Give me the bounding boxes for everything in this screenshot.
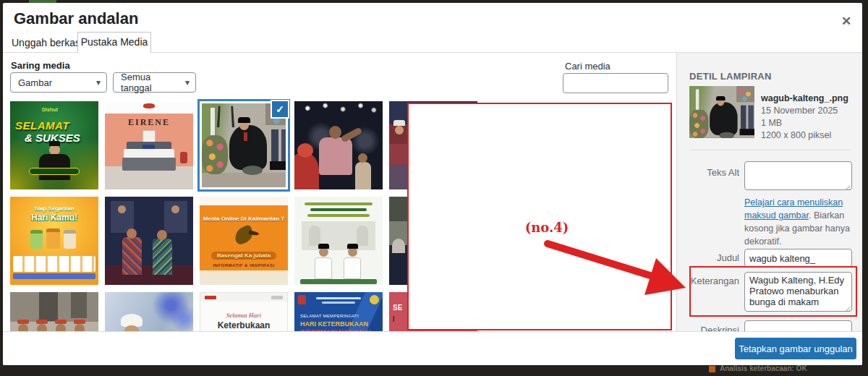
product-jar [64, 230, 76, 249]
main-person [319, 137, 352, 175]
person-figure [122, 237, 142, 275]
featured-image-modal: Gambar andalan ✕ Unggah berkas Pustaka M… [3, 3, 862, 365]
thumb-text: Hari Kamu! [10, 213, 98, 223]
close-icon[interactable]: ✕ [836, 12, 856, 32]
person-face [395, 126, 404, 134]
thumb-text: Keterbukaan [200, 320, 287, 330]
building-door [39, 292, 58, 321]
person-figure [392, 239, 405, 253]
person-suit [389, 253, 408, 285]
flower-wreath [202, 135, 228, 174]
caption-input[interactable]: Wagub Kalteng, H.Edy Pratowo menaburkan … [744, 272, 852, 312]
media-item-wagub-kalteng-selected[interactable]: ✓ [200, 101, 288, 189]
readability-status-text: Analisis keterbacaan: OK [720, 364, 807, 372]
person-figure [39, 154, 70, 180]
media-item-media-online-banner[interactable]: Media Online Di Kalimantan T Basengat Ka… [200, 197, 288, 285]
title-label: Judul [681, 252, 739, 263]
headline-bar [305, 202, 373, 205]
crowd-person [297, 143, 313, 158]
official-figure [315, 257, 332, 279]
name-ribbon [29, 168, 80, 175]
person-figure [49, 141, 60, 146]
media-item-product-ad[interactable]: Siap Segarkan Hari Kamu! [10, 197, 98, 285]
alt-text-input[interactable] [744, 161, 852, 190]
portrait-face [118, 205, 126, 213]
thumb-header-text: Dishut [42, 107, 58, 112]
person-figure [153, 239, 172, 275]
media-date-select[interactable]: Semua tanggal ▾ [113, 72, 196, 93]
footer-bar [13, 273, 95, 279]
background-status-row: Analisis keterbacaan: OK [709, 364, 807, 376]
bystander-boots [270, 161, 288, 170]
person-figure [229, 125, 267, 170]
alt-help-text: Pelajari cara menuliskan maksud gambar. … [744, 196, 854, 249]
pointing-arm [341, 127, 363, 142]
person-face [127, 228, 137, 239]
military-cap [393, 120, 405, 126]
header-text-bar [316, 297, 361, 299]
ground [202, 173, 288, 189]
thumb-text: EIRENE [105, 117, 193, 128]
media-item-night-crowd[interactable] [294, 101, 383, 189]
divider [689, 150, 851, 150]
selected-check-icon[interactable]: ✓ [271, 100, 289, 119]
thumb-text: SELAMAT [15, 119, 69, 132]
description-label: Deskripsi [681, 325, 739, 331]
attachment-meta: wagub-kalteng_.png 15 November 2025 1 MB… [761, 93, 856, 142]
thumb-text: Basengat Ka jubata [211, 252, 276, 260]
annotation-label: (no.4) [507, 220, 587, 235]
tab-media-library[interactable]: Pustaka Media [77, 32, 151, 53]
building-door [71, 292, 87, 318]
search-media-label: Cari media [565, 61, 610, 72]
caption-label: Keterangan [681, 275, 739, 286]
tab-upload-files[interactable]: Unggah berkas [12, 35, 80, 53]
attachment-dimensions: 1200 x 800 piksel [761, 129, 856, 142]
media-item-selamat-sukses[interactable]: Dishut SELAMAT & SUKSES [10, 101, 98, 189]
bed-base [122, 158, 176, 171]
media-item-eirene[interactable]: EIRENE [105, 101, 193, 189]
modal-footer: Tetapkan gambar unggulan [3, 331, 862, 365]
thumb-text: SELAMAT MEMPERINGATI [300, 314, 359, 318]
official-figure [344, 257, 361, 279]
thumb-text: SE [393, 304, 402, 312]
attachment-details-panel: DETIL LAMPIRAN wagub-kalteng_.png 15 Nov… [676, 53, 862, 331]
ghost-figure [309, 226, 320, 246]
thumb-text: I [393, 315, 395, 323]
filter-media-label: Saring media [11, 60, 70, 71]
thumb-text: Media Online Di Kalimantan T [200, 215, 288, 222]
child-face [358, 153, 367, 163]
title-input[interactable] [744, 249, 852, 268]
footer-text-bar [300, 279, 377, 284]
media-type-value: Gambar [18, 77, 52, 88]
poster-logo [205, 296, 216, 299]
brand-logo [143, 103, 155, 108]
search-media-input[interactable] [563, 73, 668, 93]
modal-title: Gambar andalan [14, 9, 138, 28]
peci-hat [318, 244, 329, 249]
emblem-logo [370, 295, 379, 304]
attachment-filename: wagub-kalteng_.png [761, 93, 856, 105]
set-featured-image-button[interactable]: Tetapkan gambar unggulan [735, 338, 856, 359]
bystander-legs [271, 129, 278, 163]
headline-bar [310, 208, 367, 211]
thumb-text: Siap Segarkan [10, 205, 98, 212]
poster-logo [271, 296, 283, 299]
portrait-face [171, 205, 179, 213]
peci-hat [238, 117, 250, 123]
media-date-value: Semua tanggal [121, 72, 181, 93]
headline-bar [307, 214, 370, 217]
attachment-date: 15 November 2025 [761, 105, 856, 117]
chevron-down-icon: ▾ [185, 77, 190, 87]
description-input[interactable] [744, 320, 852, 331]
ghost-figure [357, 226, 368, 246]
flower-bowl [242, 166, 263, 175]
annotation-mask [407, 103, 672, 330]
main-person-face [329, 126, 341, 139]
media-item-greeting-poster[interactable] [294, 197, 383, 285]
media-type-select[interactable]: Gambar ▾ [10, 72, 107, 93]
bystander-legs [281, 129, 288, 163]
product-card-row [13, 256, 95, 272]
attachment-details-heading: DETIL LAMPIRAN [689, 71, 772, 82]
emblem-logo [298, 295, 306, 304]
media-item-batik-award[interactable] [105, 197, 193, 285]
